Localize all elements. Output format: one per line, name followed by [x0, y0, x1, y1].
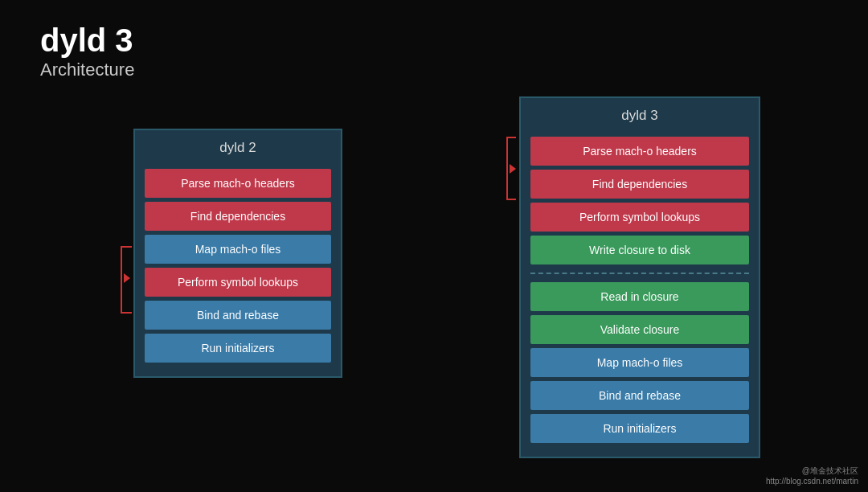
- dyld3-top-items: Parse mach-o headersFind dependenciesPer…: [530, 137, 749, 264]
- dyld3-bottom-items: Read in closureValidate closureMap mach-…: [530, 282, 749, 443]
- dyld3-bottom-item: Bind and rebase: [530, 381, 749, 410]
- dyld3-bottom-item: Map mach-o files: [530, 348, 749, 377]
- main-title: dyld 3: [40, 23, 134, 58]
- dyld2-container: dyld 2 Parse mach-o headersFind dependen…: [108, 129, 342, 378]
- dyld2-item: Map mach-o files: [145, 235, 331, 264]
- dyld3-container: dyld 3 Parse mach-o headersFind dependen…: [493, 96, 760, 458]
- dyld3-bottom-item: Validate closure: [530, 315, 749, 344]
- slide-title: dyld 3 Architecture: [40, 23, 134, 80]
- dyld2-title: dyld 2: [145, 140, 331, 161]
- dyld3-top-item: Write closure to disk: [530, 236, 749, 264]
- dyld3-bracket: [493, 137, 516, 240]
- dyld2-item: Parse mach-o headers: [145, 169, 331, 198]
- dyld2-box: dyld 2 Parse mach-o headersFind dependen…: [133, 129, 342, 378]
- watermark: @堆金技术社区 http://blog.csdn.net/martin: [766, 465, 858, 486]
- dyld2-item: Find dependencies: [145, 202, 331, 231]
- arrow-tip-right: [510, 164, 516, 174]
- dyld3-top-item: Perform symbol lookups: [530, 203, 749, 232]
- dyld2-items-list: Parse mach-o headersFind dependenciesMap…: [145, 169, 331, 363]
- dyld3-box: dyld 3 Parse mach-o headersFind dependen…: [519, 96, 760, 458]
- arrow-tip-left: [124, 273, 130, 283]
- dyld2-bracket: [108, 246, 130, 310]
- dyld2-item: Run initializers: [145, 334, 331, 363]
- dyld2-item: Perform symbol lookups: [145, 268, 331, 297]
- dyld3-top-item: Find dependencies: [530, 170, 749, 199]
- dyld3-title: dyld 3: [530, 108, 749, 129]
- dyld2-item: Bind and rebase: [145, 301, 331, 330]
- dyld3-top-item: Parse mach-o headers: [530, 137, 749, 166]
- sub-title: Architecture: [40, 59, 134, 80]
- dashed-divider: [530, 273, 749, 274]
- diagram-area: dyld 2 Parse mach-o headersFind dependen…: [32, 96, 836, 468]
- dyld3-bottom-item: Run initializers: [530, 414, 749, 443]
- watermark-line2: http://blog.csdn.net/martin: [766, 477, 858, 486]
- dyld3-bottom-item: Read in closure: [530, 282, 749, 311]
